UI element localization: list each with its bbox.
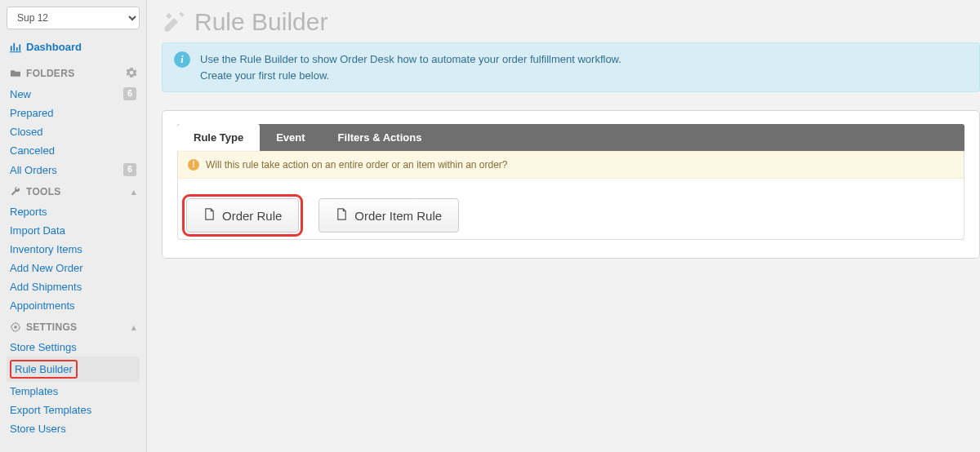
rule-type-buttons: Order Rule Order Item Rule [177, 179, 964, 240]
tools-icon [162, 10, 186, 34]
dashboard-label: Dashboard [26, 41, 82, 53]
folder-icon [10, 68, 21, 79]
settings-export-templates[interactable]: Export Templates [7, 401, 140, 419]
svg-point-0 [14, 326, 16, 328]
tools-reports[interactable]: Reports [7, 202, 140, 221]
settings-templates[interactable]: Templates [7, 382, 140, 401]
folder-canceled[interactable]: Canceled [7, 141, 140, 160]
caret-up-icon[interactable]: ▴ [131, 322, 136, 333]
tools-import-data[interactable]: Import Data [7, 221, 140, 240]
section-header-tools[interactable]: TOOLS ▴ [7, 179, 140, 202]
tools-inventory[interactable]: Inventory Items [7, 240, 140, 259]
file-icon [203, 208, 216, 223]
tools-add-order[interactable]: Add New Order [7, 259, 140, 277]
order-rule-button[interactable]: Order Rule [186, 198, 299, 233]
store-select[interactable]: Sup 12 [7, 7, 140, 29]
file-icon [336, 208, 348, 223]
settings-rule-builder[interactable]: Rule Builder [7, 357, 140, 382]
section-header-settings[interactable]: SETTINGS ▴ [7, 315, 140, 338]
page-title: Rule Builder [162, 8, 980, 36]
settings-store[interactable]: Store Settings [7, 338, 140, 357]
tab-event[interactable]: Event [260, 124, 321, 151]
tools-appointments[interactable]: Appointments [7, 296, 140, 315]
wrench-icon [10, 186, 21, 197]
chart-icon [10, 42, 21, 53]
info-alert: i Use the Rule Builder to show Order Des… [162, 42, 980, 92]
sidebar: Sup 12 Dashboard FOLDERS New 6 Prepared [0, 0, 147, 452]
tab-rule-type[interactable]: Rule Type [177, 124, 260, 151]
dashboard-link[interactable]: Dashboard [7, 38, 140, 61]
tools-add-shipments[interactable]: Add Shipments [7, 277, 140, 296]
badge: 6 [123, 163, 136, 176]
settings-store-users[interactable]: Store Users [7, 419, 140, 438]
folder-prepared[interactable]: Prepared [7, 104, 140, 122]
folder-all-orders[interactable]: All Orders 6 [7, 160, 140, 179]
folder-new[interactable]: New 6 [7, 84, 140, 104]
order-item-rule-button[interactable]: Order Item Rule [318, 198, 459, 233]
warning-icon: ! [188, 159, 199, 171]
rule-builder-panel: Rule Type Event Filters & Actions ! Will… [162, 110, 980, 259]
section-header-folders[interactable]: FOLDERS [7, 61, 140, 84]
gear-icon[interactable] [127, 68, 136, 79]
badge: 6 [123, 87, 136, 100]
caret-up-icon[interactable]: ▴ [131, 187, 136, 197]
tabs: Rule Type Event Filters & Actions [177, 124, 964, 151]
tab-filters-actions[interactable]: Filters & Actions [322, 124, 439, 151]
gear-icon [10, 321, 21, 333]
main-content: Rule Builder i Use the Rule Builder to s… [147, 0, 980, 452]
question-bar: ! Will this rule take action on an entir… [177, 151, 964, 179]
folder-closed[interactable]: Closed [7, 122, 140, 141]
info-icon: i [174, 51, 190, 68]
